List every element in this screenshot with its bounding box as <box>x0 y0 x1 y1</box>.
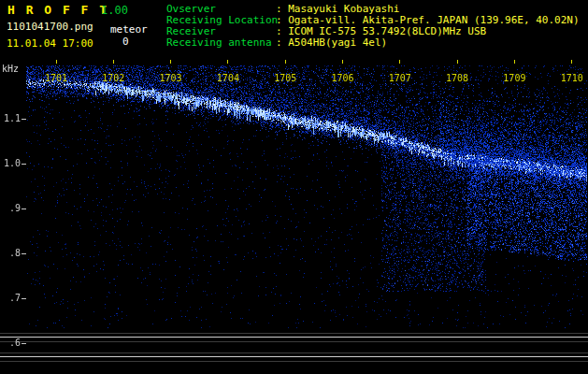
y-tick-label: .7 <box>0 293 21 303</box>
info-value: : A504HB(yagi 4el) <box>276 36 387 49</box>
y-tick-label: .9 <box>0 203 21 213</box>
x-tick-label: 1702 <box>94 73 132 83</box>
info-label: Receiving antenna <box>166 37 276 49</box>
y-tick-label: 1.1 <box>0 113 21 123</box>
y-tick-label: .8 <box>0 248 21 258</box>
x-tick-label: 1707 <box>381 73 419 83</box>
x-tick-label: 1704 <box>209 73 247 83</box>
x-tick-label: 1710 <box>553 73 588 83</box>
x-tick-label: 1708 <box>438 73 476 83</box>
x-tick-label: 1705 <box>266 73 304 83</box>
hrofft-window: H R O F F T 1.00 1101041700.png meteor 0… <box>0 0 588 374</box>
observer-info-block: Ovserver: Masayuki KobayashiReceiving Lo… <box>166 4 580 49</box>
meteor-count: 0 <box>122 36 129 48</box>
x-tick-label: 1701 <box>37 73 75 83</box>
app-title: H R O F F T <box>7 3 108 17</box>
datetime-label: 11.01.04 17:00 <box>7 37 93 50</box>
app-version: 1.00 <box>101 4 128 17</box>
x-tick-label: 1703 <box>152 73 190 83</box>
info-row: Receiving antenna: A504HB(yagi 4el) <box>166 37 580 49</box>
x-tick-label: 1709 <box>495 73 533 83</box>
mode-label: meteor <box>110 23 148 36</box>
y-axis-unit-label: kHz <box>2 64 19 74</box>
x-tick-label: 1706 <box>324 73 362 83</box>
y-tick-label: .6 <box>0 338 21 348</box>
y-tick-label: 1.0 <box>0 158 21 168</box>
spectrogram-canvas <box>0 60 588 374</box>
output-filename: 1101041700.png <box>7 21 93 33</box>
